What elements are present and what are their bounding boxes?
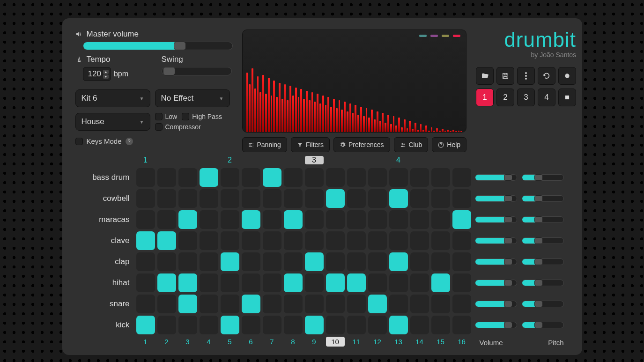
step-cell[interactable] (410, 168, 429, 187)
step-cell[interactable] (200, 273, 218, 292)
tempo-up-button[interactable]: ▲ (103, 70, 109, 74)
step-cell[interactable] (431, 168, 450, 187)
step-cell[interactable] (347, 231, 366, 250)
step-cell[interactable] (431, 189, 450, 208)
step-cell[interactable] (178, 316, 197, 334)
record-button[interactable] (558, 67, 576, 85)
step-cell[interactable] (178, 189, 197, 208)
step-cell[interactable] (136, 231, 155, 250)
step-cell[interactable] (200, 316, 218, 334)
step-cell[interactable] (221, 189, 239, 208)
step-cell[interactable] (284, 189, 303, 208)
step-cell[interactable] (136, 273, 155, 292)
step-cell[interactable] (263, 295, 281, 313)
step-cell[interactable] (284, 252, 303, 271)
track-pitch-slider[interactable] (522, 174, 564, 181)
step-cell[interactable] (221, 168, 239, 187)
track-vol-slider[interactable] (475, 216, 517, 223)
step-cell[interactable] (157, 231, 176, 250)
step-cell[interactable] (389, 295, 408, 313)
step-cell[interactable] (305, 252, 324, 271)
track-vol-slider[interactable] (475, 195, 517, 202)
genre-select[interactable]: House▼ (75, 113, 150, 131)
step-cell[interactable] (178, 231, 197, 250)
save-button[interactable] (496, 67, 514, 85)
step-cell[interactable] (389, 231, 408, 250)
step-cell[interactable] (242, 316, 260, 334)
step-cell[interactable] (410, 273, 429, 292)
low-checkbox[interactable] (155, 113, 163, 120)
step-cell[interactable] (178, 295, 197, 313)
step-cell[interactable] (284, 231, 303, 250)
track-pitch-slider[interactable] (522, 237, 564, 244)
track-vol-slider[interactable] (475, 174, 517, 181)
step-cell[interactable] (389, 316, 408, 334)
step-cell[interactable] (200, 168, 218, 187)
keys-mode-checkbox[interactable] (75, 138, 83, 145)
step-cell[interactable] (200, 252, 218, 271)
step-cell[interactable] (305, 316, 324, 334)
step-cell[interactable] (326, 231, 345, 250)
more-button[interactable] (517, 67, 535, 85)
step-cell[interactable] (368, 231, 387, 250)
step-cell[interactable] (178, 273, 197, 292)
track-pitch-slider[interactable] (522, 280, 564, 286)
step-cell[interactable] (284, 316, 303, 334)
step-cell[interactable] (410, 316, 429, 334)
track-vol-slider[interactable] (475, 237, 517, 244)
step-cell[interactable] (305, 295, 324, 313)
pattern-4-button[interactable]: 4 (538, 89, 555, 106)
step-cell[interactable] (242, 273, 260, 292)
step-cell[interactable] (368, 273, 387, 292)
highpass-checkbox[interactable] (182, 113, 189, 120)
step-cell[interactable] (347, 210, 366, 229)
step-cell[interactable] (452, 189, 471, 208)
step-cell[interactable] (242, 252, 260, 271)
step-cell[interactable] (431, 295, 450, 313)
step-cell[interactable] (368, 210, 387, 229)
step-cell[interactable] (200, 231, 218, 250)
step-cell[interactable] (452, 316, 471, 334)
step-cell[interactable] (368, 252, 387, 271)
step-cell[interactable] (389, 210, 408, 229)
step-cell[interactable] (157, 252, 176, 271)
step-cell[interactable] (410, 252, 429, 271)
step-cell[interactable] (368, 189, 387, 208)
track-pitch-slider[interactable] (522, 322, 564, 328)
tempo-down-button[interactable]: ▼ (103, 74, 109, 79)
master-volume-slider[interactable] (83, 42, 233, 50)
step-cell[interactable] (284, 210, 303, 229)
step-cell[interactable] (452, 168, 471, 187)
step-cell[interactable] (452, 210, 471, 229)
track-vol-slider[interactable] (475, 301, 517, 307)
step-cell[interactable] (431, 210, 450, 229)
step-cell[interactable] (347, 273, 366, 292)
effect-select[interactable]: No Effect▼ (155, 89, 230, 107)
step-cell[interactable] (452, 295, 471, 313)
step-cell[interactable] (347, 189, 366, 208)
step-cell[interactable] (368, 295, 387, 313)
step-cell[interactable] (200, 189, 218, 208)
step-cell[interactable] (305, 189, 324, 208)
step-cell[interactable] (326, 316, 345, 334)
track-pitch-slider[interactable] (522, 259, 564, 265)
step-cell[interactable] (305, 210, 324, 229)
track-pitch-slider[interactable] (522, 216, 564, 223)
step-cell[interactable] (242, 295, 260, 313)
step-cell[interactable] (178, 252, 197, 271)
step-cell[interactable] (263, 316, 281, 334)
track-pitch-slider[interactable] (522, 195, 564, 202)
step-cell[interactable] (389, 273, 408, 292)
step-cell[interactable] (221, 231, 239, 250)
pattern-1-button[interactable]: 1 (476, 89, 494, 106)
step-cell[interactable] (452, 231, 471, 250)
step-cell[interactable] (221, 273, 239, 292)
preferences-tab[interactable]: Preferences (333, 137, 390, 152)
step-cell[interactable] (136, 168, 155, 187)
step-cell[interactable] (178, 210, 197, 229)
club-tab[interactable]: Club (394, 137, 429, 152)
step-cell[interactable] (305, 168, 324, 187)
step-cell[interactable] (326, 295, 345, 313)
step-cell[interactable] (347, 168, 366, 187)
step-cell[interactable] (389, 189, 408, 208)
